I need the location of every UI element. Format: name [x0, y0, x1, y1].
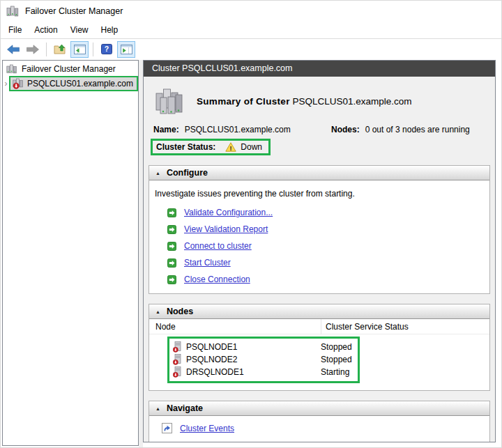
configure-section-body: Investigate issues preventing the cluste… — [149, 180, 489, 293]
show-action-pane-button[interactable] — [117, 41, 135, 58]
back-arrow-icon — [7, 45, 20, 54]
toolbar-separator — [93, 43, 93, 56]
nodes-table-header: Node Cluster Service Status — [149, 319, 489, 334]
green-arrow-icon — [167, 208, 176, 217]
collapse-triangle-icon: ▲ — [155, 406, 160, 411]
configure-section-header[interactable]: ▲ Configure — [149, 166, 489, 180]
up-one-level-button[interactable] — [51, 41, 69, 58]
cluster-status-value: Down — [241, 142, 262, 152]
cluster-info-row: Name: PSQLCLUS01.example.com Nodes: 0 ou… — [146, 118, 492, 134]
main-pane: Cluster PSQLCLUS01.example.com — [143, 60, 496, 442]
node-stopped-icon — [173, 341, 182, 353]
folder-up-icon — [54, 44, 67, 55]
menu-file[interactable]: File — [2, 22, 28, 38]
close-connection-link[interactable]: Close Connection — [184, 275, 250, 284]
configure-description: Investigate issues preventing the cluste… — [155, 186, 484, 204]
table-row[interactable]: PSQLNODE2 Stopped — [169, 353, 358, 366]
show-console-tree-button[interactable] — [70, 41, 89, 58]
nodes-value: 0 out of 3 nodes are running — [365, 125, 470, 134]
summary-title: Summary of Cluster PSQLCLUS01.example.co… — [197, 96, 412, 107]
view-validation-report-link[interactable]: View Validation Report — [184, 224, 268, 234]
svg-text:?: ? — [105, 45, 109, 53]
connect-to-cluster-link[interactable]: Connect to cluster — [184, 241, 252, 251]
help-button[interactable]: ? — [98, 41, 116, 58]
nodes-annotation-box: PSQLNODE1 Stopped PSQLNODE2 Stopped — [167, 337, 360, 383]
configure-section: ▲ Configure Investigate issues preventin… — [149, 165, 490, 294]
app-window: Failover Cluster Manager File Action Vie… — [0, 0, 502, 448]
node-status: Stopped — [321, 342, 352, 352]
configure-link-row: Validate Configuration... — [155, 204, 484, 221]
nodes-label: Nodes: — [331, 125, 360, 134]
node-stopped-icon — [173, 366, 182, 378]
tree-root-label: Failover Cluster Manager — [22, 64, 116, 74]
app-icon — [6, 6, 20, 17]
green-arrow-icon — [167, 258, 176, 268]
toolbar: ? — [1, 39, 501, 59]
main-pane-title: Cluster PSQLCLUS01.example.com — [144, 61, 495, 77]
main-pane-wrapper: Cluster PSQLCLUS01.example.com — [143, 60, 501, 447]
toolbar-separator — [46, 43, 47, 56]
node-name: PSQLNODE2 — [182, 355, 321, 364]
configure-link-row: Close Connection — [155, 271, 484, 288]
column-header-node[interactable]: Node — [149, 319, 321, 334]
cluster-status-annotation-box: Cluster Status: ! Down — [151, 139, 271, 155]
tree-item-failover-cluster-manager[interactable]: Failover Cluster Manager — [3, 63, 138, 75]
window-title: Failover Cluster Manager — [25, 6, 123, 16]
console-tree-pane: Failover Cluster Manager › — [2, 60, 139, 446]
green-arrow-icon — [167, 225, 176, 234]
node-status: Starting — [321, 367, 349, 377]
back-button[interactable] — [4, 41, 22, 58]
content-area: Failover Cluster Manager › — [1, 60, 501, 447]
navigate-section-title: Navigate — [167, 403, 203, 413]
configure-link-row: View Validation Report — [155, 221, 484, 238]
navigate-link-row: Cluster Events — [162, 423, 484, 433]
configure-link-row: Start Cluster — [155, 254, 484, 271]
forward-arrow-icon — [26, 45, 39, 54]
title-bar: Failover Cluster Manager — [1, 1, 501, 22]
tree-expander-chevron[interactable]: › — [3, 79, 9, 88]
tree-cluster-label: PSQLCLUS01.example.com — [27, 79, 133, 88]
configure-link-row: Connect to cluster — [155, 238, 484, 254]
table-row[interactable]: DRSQLNODE1 Starting — [169, 366, 358, 378]
summary-title-name: PSQLCLUS01.example.com — [292, 96, 411, 107]
nodes-section-header[interactable]: ▲ Nodes — [149, 304, 489, 319]
cluster-events-link[interactable]: Cluster Events — [180, 424, 234, 433]
action-pane-icon — [121, 45, 132, 54]
menu-bar: File Action View Help — [1, 22, 501, 39]
node-status: Stopped — [321, 355, 352, 364]
configure-section-title: Configure — [167, 168, 208, 178]
node-stopped-icon — [173, 354, 182, 365]
start-cluster-link[interactable]: Start Cluster — [184, 258, 231, 268]
collapse-triangle-icon: ▲ — [155, 171, 160, 176]
main-pane-body: Summary of Cluster PSQLCLUS01.example.co… — [144, 77, 495, 442]
cluster-events-icon — [162, 423, 172, 433]
cluster-down-icon — [13, 78, 24, 89]
menu-help[interactable]: Help — [95, 22, 125, 38]
cluster-servers-icon — [155, 87, 185, 115]
green-arrow-icon — [167, 275, 176, 284]
forward-button[interactable] — [24, 41, 42, 58]
table-row[interactable]: PSQLNODE1 Stopped — [169, 341, 358, 353]
summary-heading: Summary of Cluster PSQLCLUS01.example.co… — [146, 77, 492, 118]
cluster-nodes-field: Nodes: 0 out of 3 nodes are running — [331, 125, 470, 134]
nodes-section: ▲ Nodes Node Cluster Service Status — [149, 304, 490, 391]
help-icon: ? — [101, 44, 112, 54]
tree-item-cluster-selected[interactable]: PSQLCLUS01.example.com — [9, 76, 138, 91]
menu-action[interactable]: Action — [28, 22, 63, 38]
validate-configuration-link[interactable]: Validate Configuration... — [184, 208, 273, 217]
warning-icon: ! — [225, 142, 236, 152]
green-arrow-icon — [167, 242, 176, 251]
menu-view[interactable]: View — [64, 22, 95, 38]
cluster-manager-icon — [6, 64, 17, 75]
cluster-status-label: Cluster Status: — [156, 142, 215, 152]
console-tree-icon — [74, 45, 86, 54]
nodes-section-title: Nodes — [167, 307, 193, 316]
svg-text:!: ! — [230, 145, 232, 152]
tree-item-cluster-row: › PSQLCLUS01.example.c — [3, 76, 138, 91]
navigate-section-body: Cluster Events — [149, 416, 489, 442]
column-header-cluster-service-status[interactable]: Cluster Service Status — [321, 322, 409, 332]
summary-title-prefix: Summary of Cluster — [197, 96, 290, 107]
node-name: PSQLNODE1 — [182, 342, 321, 352]
navigate-section-header[interactable]: ▲ Navigate — [149, 401, 489, 416]
name-label: Name: — [153, 125, 179, 134]
